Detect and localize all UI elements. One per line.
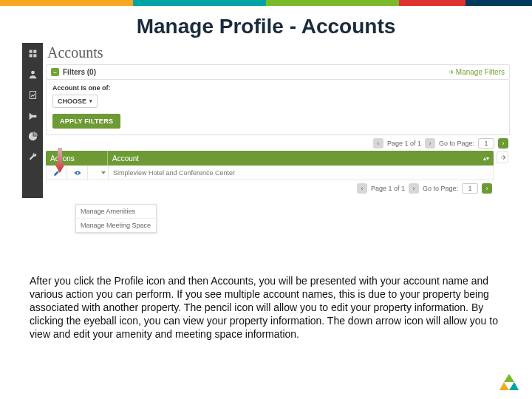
table-row: Simpleview Hotel and Conference Center <box>46 166 494 180</box>
pager-status: Page 1 of 1 <box>387 140 421 147</box>
view-eye-icon[interactable] <box>67 166 88 180</box>
slide-body-text: After you click the Profile icon and the… <box>30 275 502 341</box>
brand-logo-icon <box>499 372 519 392</box>
grid-header: Actions Account ▴▾ <box>46 151 494 166</box>
accounts-grid: Actions Account ▴▾ Simpleview Hotel and … <box>46 151 494 180</box>
svg-rect-1 <box>33 50 36 52</box>
svg-rect-2 <box>29 54 32 57</box>
app-screenshot: Accounts – Filters (0) Manage Filters Ac… <box>22 43 510 244</box>
pager-next-button[interactable]: › <box>409 183 419 194</box>
svg-rect-3 <box>33 54 36 57</box>
collapse-icon[interactable]: – <box>51 68 59 76</box>
pager-goto-input[interactable]: 1 <box>478 138 494 149</box>
row-actions-menu: Manage Amenities Manage Meeting Space <box>75 204 157 233</box>
nav-opportunities-icon[interactable] <box>22 105 43 126</box>
brand-stripe <box>0 0 532 6</box>
pager-next-button[interactable]: › <box>425 138 435 149</box>
filters-label: Filters (0) <box>63 68 96 76</box>
pager-prev-button[interactable]: ‹ <box>357 183 367 194</box>
pager-goto-label: Go to Page: <box>439 140 474 147</box>
col-account[interactable]: Account <box>108 154 494 163</box>
svg-point-4 <box>31 70 35 74</box>
grid-settings-button[interactable] <box>497 151 508 163</box>
pager-bottom: ‹ Page 1 of 1 › Go to Page: 1 › <box>46 183 492 194</box>
filters-header[interactable]: – Filters (0) Manage Filters <box>46 64 510 80</box>
menu-item-amenities[interactable]: Manage Amenities <box>76 205 156 219</box>
svg-marker-8 <box>509 382 519 390</box>
pager-top: ‹ Page 1 of 1 › Go to Page: 1 › <box>46 138 508 149</box>
slide-title: Manage Profile - Accounts <box>0 15 532 38</box>
pager-prev-button[interactable]: ‹ <box>373 138 383 149</box>
svg-rect-5 <box>30 91 35 98</box>
svg-rect-0 <box>29 50 32 52</box>
nav-admin-icon[interactable] <box>22 146 43 167</box>
pager-go-button[interactable]: › <box>498 138 508 149</box>
nav-home-icon[interactable] <box>22 43 43 64</box>
row-dropdown-icon[interactable] <box>88 166 109 180</box>
gear-icon <box>447 69 454 75</box>
pager-go-button[interactable]: › <box>482 183 492 194</box>
nav-collateral-icon[interactable] <box>22 84 43 105</box>
pager-status: Page 1 of 1 <box>371 185 405 192</box>
annotation-arrow-icon <box>55 148 65 173</box>
sort-icon[interactable]: ▴▾ <box>483 155 489 162</box>
account-name-cell: Simpleview Hotel and Conference Center <box>109 169 493 177</box>
nav-reports-icon[interactable] <box>22 126 43 146</box>
page-heading: Accounts <box>47 44 510 61</box>
menu-item-meeting-space[interactable]: Manage Meeting Space <box>76 219 156 232</box>
filter-field-label: Account Is one of: <box>52 84 503 92</box>
svg-marker-7 <box>499 382 509 390</box>
filters-body: Account Is one of: CHOOSE▾ APPLY FILTERS <box>46 80 510 135</box>
svg-marker-6 <box>504 374 514 382</box>
account-choose-dropdown[interactable]: CHOOSE▾ <box>52 95 98 108</box>
side-nav <box>22 43 43 198</box>
nav-profile-icon[interactable] <box>22 64 43 84</box>
apply-filters-button[interactable]: APPLY FILTERS <box>52 114 120 129</box>
pager-goto-label: Go to Page: <box>423 185 458 192</box>
pager-goto-input[interactable]: 1 <box>462 183 478 194</box>
chevron-down-icon: ▾ <box>89 98 92 104</box>
manage-filters-link[interactable]: Manage Filters <box>447 68 505 76</box>
